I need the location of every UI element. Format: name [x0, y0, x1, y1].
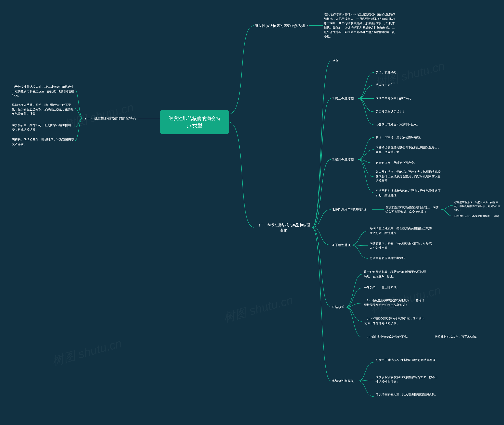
c6a: 可发生于肺结核各个时期医 学教育网搜集整理。: [376, 358, 439, 362]
root-line2: 点/类型: [187, 123, 202, 128]
c4a: 浸润型肺结核或急、慢性空洞内的细菌经支气管播散可致干酪性肺炎。: [370, 226, 433, 235]
c2c: 患者有症状。及时治疗可痊愈。: [376, 161, 441, 165]
c5d: （2）也可因空洞引流的支气管阻塞，使空洞内充满干酪样坏死物而形成；: [364, 317, 427, 325]
branch-b-label[interactable]: （一）继发性肺结核病的病变特点: [83, 116, 136, 121]
c5[interactable]: 5.结核球: [332, 305, 344, 309]
c2[interactable]: 2.浸润型肺结核: [332, 157, 354, 162]
root-node[interactable]: 继发性肺结核病的病变特 点/类型: [160, 110, 229, 134]
c5c: （1）可由浸润型肺结核转为痊愈时，干酪样坏死灶周围纤维组织增生包裹形成；: [364, 298, 427, 307]
c5a: 是一种有纤维包裹、境界清楚的球形干酪样坏死病灶，直径在2cm以上。: [364, 270, 427, 279]
b4: 病程长、病情较复杂，时好时坏，导致新旧病变交错存在。: [12, 137, 75, 146]
c6c: 如以增生病变为主，则为增生性结核性胸膜炎。: [376, 392, 439, 397]
branch-a-desc: 继发性肺结核病是指人体再次感染结核杆菌而发生的肺结核病，多见于成年人。一是内源性…: [324, 12, 397, 39]
branch-c-line1: （二）继发性肺结核的类型和病理: [257, 223, 310, 227]
c3[interactable]: 3.慢性纤维空洞型肺结核: [332, 207, 366, 212]
branch-a-label[interactable]: 继发性肺结核病的病变特点/类型：: [255, 23, 309, 28]
c1c: 病灶中央可发生干酪样坏死: [376, 96, 427, 101]
b2: 早期病变多从肺尖开始，肺门淋巴结一般不受累，很少发生血道播散。如果病灶蔓延，主要…: [12, 103, 75, 116]
c2b: 病变特点是在肺尖或锁骨下区病灶周围发生渗出、坏死，使病灶扩大。: [376, 145, 441, 154]
c3a1: ①厚壁空洞形成。洞壁内层为干酪样坏死，中层为结核性肉芽组织，外层为纤维组织；: [454, 200, 502, 212]
c3a2: ②肺内出现新旧不同的播散病灶。（略）: [454, 214, 502, 218]
b3: 病变易发生干酪样坏死，但周围常有增生性病变，形成结核结节。: [12, 123, 75, 132]
branch-c-label[interactable]: （二）继发性肺结核的类型和病理 变化: [255, 222, 312, 233]
c1e: 少数病人可发展为浸润型肺结核。: [376, 122, 427, 127]
c4[interactable]: 4.干酪性肺炎: [332, 243, 351, 247]
c3a: 在浸润型肺结核急性空洞的基础上，病变经久不愈而形成。病变特点是：: [385, 205, 441, 214]
b1: 由于继发性肺结核病时，机体对结核杆菌已产生一定的免疫力和变态反应，故病变一般能局…: [12, 85, 75, 98]
c6[interactable]: 6.结核性胸膜炎: [332, 379, 354, 383]
c5e: （3）或由多个结核病灶融合而成。: [364, 335, 421, 339]
c6b: 病变以浆液或浆液纤维素性渗出为主时，称渗出性结核性胸膜炎；: [376, 375, 439, 384]
c5b: 一般为单个，肺上叶多见。: [364, 286, 427, 290]
root-line1: 继发性肺结核病的病变特: [169, 116, 220, 121]
c5e1: 结核球相对较稳定，可手术切除。: [435, 335, 486, 339]
c1a: 多位于右肺尖处: [376, 70, 427, 75]
c2e: 空洞不断向外排出含菌的坏死物，经支气管播散而引起干酪性肺炎。: [376, 189, 441, 197]
c1d: 患者常无自觉症状！！: [376, 109, 427, 114]
c4c: 患者常有明显全身中毒症状。: [370, 256, 433, 260]
c2d: 如未及时治疗，干酪样坏死灶扩大，坏死物液化经支气管排出后形成急性空洞，内壁坏死层…: [376, 170, 441, 183]
c4b: 病变肺肿大、实变，坏死组织液化排出，可形成多个急性空洞。: [370, 241, 433, 250]
c2a: 临床上最常见，属于活动性肺结核。: [376, 135, 441, 139]
c1[interactable]: 1.局灶型肺结核: [332, 96, 354, 101]
branch-c-line2: 变化: [280, 228, 287, 232]
c1b: 常以增生为主: [376, 83, 427, 87]
c0: 类型: [332, 59, 339, 63]
